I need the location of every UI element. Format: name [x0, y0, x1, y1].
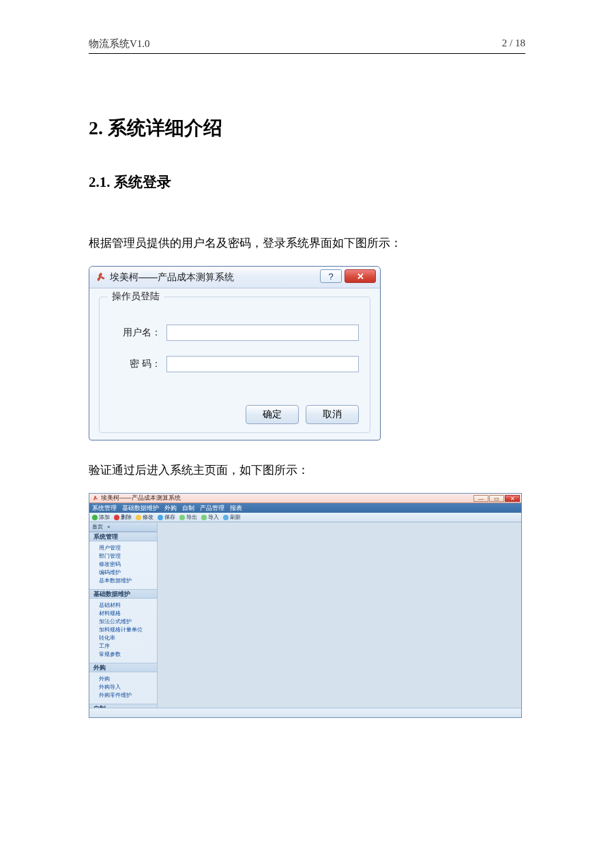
sidebar-item[interactable]: 用户管理	[99, 544, 157, 552]
paragraph-2: 验证通过后进入系统主页面，如下图所示：	[89, 461, 525, 479]
dialog-titlebar: 埃美柯——产品成本测算系统 ? ✕	[89, 267, 380, 288]
tool-save[interactable]: 保存	[158, 513, 175, 521]
tool-label: 添加	[99, 513, 110, 521]
sidebar-item[interactable]: 基本数据维护	[99, 577, 157, 585]
tool-refresh[interactable]: 刷新	[223, 513, 241, 521]
groupbox-legend: 操作员登陆	[108, 290, 164, 303]
maximize-icon[interactable]: ▭	[489, 495, 504, 502]
main-content-area	[158, 522, 521, 708]
close-button[interactable]: ✕	[345, 269, 376, 283]
menu-item[interactable]: 系统管理	[92, 504, 117, 513]
dialog-title: 埃美柯——产品成本测算系统	[110, 271, 234, 284]
doc-title: 物流系统V1.0	[89, 38, 150, 50]
app-logo-icon	[92, 495, 99, 502]
paragraph-1: 根据管理员提供的用户名及密码，登录系统界面如下图所示：	[89, 234, 525, 252]
username-input[interactable]	[166, 325, 359, 341]
sidebar-group-header[interactable]: 外购	[89, 663, 157, 672]
sidebar-group-body: 基础材料材料规格加法公式维护加料规格计量单位转化率工序常规参数	[89, 599, 157, 663]
app-logo-icon	[95, 271, 107, 284]
sidebar-item[interactable]: 外购导入	[99, 683, 157, 691]
sidebar-item[interactable]: 加料规格计量单位	[99, 626, 157, 634]
sidebar-item[interactable]: 常规参数	[99, 650, 157, 659]
sidebar-item[interactable]: 材料规格	[99, 610, 157, 618]
close-icon: ✕	[357, 271, 364, 282]
tool-delete[interactable]: 删除	[114, 513, 132, 521]
menu-item[interactable]: 报表	[230, 504, 242, 513]
sidebar-item[interactable]: 外购零件维护	[99, 691, 157, 700]
tool-label: 修改	[143, 513, 154, 521]
sidebar-item[interactable]: 基础材料	[99, 601, 157, 610]
tool-import[interactable]: 导入	[201, 513, 219, 521]
minimize-icon[interactable]: —	[473, 495, 488, 502]
sidebar-item[interactable]: 外购	[99, 675, 157, 683]
menu-item[interactable]: 产品管理	[200, 504, 224, 513]
sidebar-group-header[interactable]: 系统管理	[89, 532, 157, 541]
tool-add[interactable]: 添加	[92, 513, 110, 521]
ok-button[interactable]: 确定	[246, 405, 299, 424]
cancel-button[interactable]: 取消	[306, 405, 359, 424]
sidebar-item[interactable]: 部门管理	[99, 552, 157, 560]
menu-item[interactable]: 基础数据维护	[122, 504, 159, 513]
sidebar-item[interactable]: 编码维护	[99, 569, 157, 577]
sidebar: 首页× 系统管理用户管理部门管理修改密码编码维护基本数据维护基础数据维护基础材料…	[89, 522, 158, 708]
tool-edit[interactable]: 修改	[136, 513, 154, 521]
sidebar-group-body: 外购外购导入外购零件维护	[89, 672, 157, 704]
sidebar-group-header[interactable]: 基础数据维护	[89, 589, 157, 599]
status-bar	[89, 708, 521, 717]
tool-export[interactable]: 导出	[179, 513, 197, 521]
tool-label: 导出	[186, 513, 197, 521]
tool-label: 导入	[208, 513, 219, 521]
help-button[interactable]: ?	[320, 269, 342, 283]
sidebar-item[interactable]: 转化率	[99, 634, 157, 642]
sidebar-item[interactable]: 加法公式维护	[99, 618, 157, 626]
heading-2: 2.1. 系统登录	[89, 173, 525, 192]
app-titlebar: 埃美柯——产品成本测算系统 — ▭ ✕	[89, 494, 521, 503]
toolbar: 添加 删除 修改 保存 导出 导入 刷新	[89, 513, 521, 522]
password-label: 密 码：	[111, 358, 166, 370]
tool-label: 刷新	[230, 513, 241, 521]
main-app-window: 埃美柯——产品成本测算系统 — ▭ ✕ 系统管理 基础数据维护 外购 自制 产品…	[89, 493, 522, 718]
sidebar-item[interactable]: 修改密码	[99, 560, 157, 569]
tab-close-icon[interactable]: ×	[107, 524, 111, 530]
sidebar-tabs: 首页×	[89, 522, 157, 532]
sidebar-tab[interactable]: 首页	[92, 523, 103, 530]
sidebar-group-body: 用户管理部门管理修改密码编码维护基本数据维护	[89, 541, 157, 589]
heading-1: 2. 系统详细介绍	[89, 115, 525, 141]
username-label: 用户名：	[111, 327, 166, 339]
app-title-text: 埃美柯——产品成本测算系统	[101, 494, 181, 503]
menu-item[interactable]: 外购	[164, 504, 177, 513]
page-header: 物流系统V1.0 2 / 18	[89, 38, 525, 54]
tool-label: 删除	[121, 513, 132, 521]
login-dialog: 埃美柯——产品成本测算系统 ? ✕ 操作员登陆 用户名： 密 码： 确定	[89, 266, 381, 440]
close-icon[interactable]: ✕	[505, 495, 520, 502]
page-number: 2 / 18	[502, 38, 525, 50]
password-input[interactable]	[166, 356, 359, 372]
sidebar-item[interactable]: 工序	[99, 642, 157, 650]
menu-item[interactable]: 自制	[182, 504, 194, 513]
menu-bar: 系统管理 基础数据维护 外购 自制 产品管理 报表	[89, 503, 521, 513]
help-icon: ?	[328, 271, 333, 282]
login-groupbox: 操作员登陆 用户名： 密 码： 确定 取消	[99, 297, 370, 433]
tool-label: 保存	[164, 513, 175, 521]
